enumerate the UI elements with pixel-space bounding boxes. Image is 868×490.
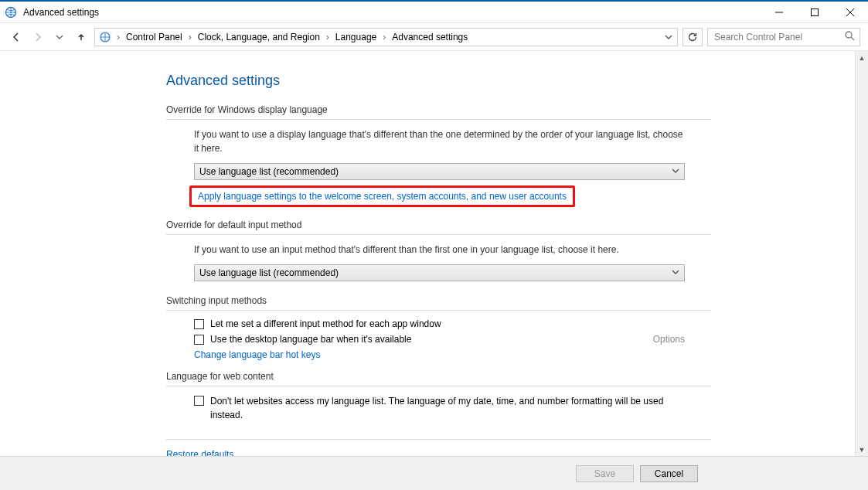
search-icon bbox=[845, 31, 855, 43]
section-web-content-heading: Language for web content bbox=[166, 371, 711, 386]
save-button[interactable]: Save bbox=[576, 465, 634, 482]
highlighted-link-box: Apply language settings to the welcome s… bbox=[189, 185, 575, 207]
address-bar[interactable]: › Control Panel › Clock, Language, and R… bbox=[94, 28, 678, 46]
input-method-dropdown-value: Use language list (recommended) bbox=[199, 267, 339, 278]
display-language-desc: If you want to use a display language th… bbox=[194, 128, 685, 155]
restore-defaults-link[interactable]: Restore defaults bbox=[166, 449, 233, 456]
divider bbox=[166, 439, 711, 440]
forward-button[interactable] bbox=[29, 29, 46, 46]
web-content-label: Don't let websites access my language li… bbox=[210, 394, 685, 422]
scrollbar[interactable]: ▲ ▼ bbox=[855, 51, 868, 456]
back-button[interactable] bbox=[8, 29, 25, 46]
page-title: Advanced settings bbox=[166, 73, 711, 89]
svg-rect-1 bbox=[812, 9, 819, 15]
scroll-up-icon[interactable]: ▲ bbox=[856, 51, 868, 64]
web-content-checkbox[interactable] bbox=[194, 396, 204, 406]
input-method-dropdown[interactable]: Use language list (recommended) bbox=[194, 264, 685, 281]
breadcrumb-language[interactable]: Language bbox=[332, 32, 380, 43]
chevron-right-icon: › bbox=[187, 32, 193, 43]
hotkeys-link[interactable]: Change language bar hot keys bbox=[194, 349, 320, 360]
recent-chevron-icon[interactable] bbox=[51, 29, 68, 46]
per-app-input-checkbox[interactable] bbox=[194, 319, 204, 329]
search-input[interactable] bbox=[713, 31, 855, 43]
chevron-right-icon: › bbox=[381, 32, 387, 43]
window-title: Advanced settings bbox=[23, 7, 99, 18]
display-language-dropdown[interactable]: Use language list (recommended) bbox=[194, 163, 685, 180]
save-button-label: Save bbox=[594, 468, 615, 479]
cancel-button-label: Cancel bbox=[655, 468, 683, 479]
maximize-button[interactable] bbox=[797, 2, 832, 23]
section-switching-heading: Switching input methods bbox=[166, 295, 711, 311]
chevron-right-icon: › bbox=[325, 32, 331, 43]
refresh-button[interactable] bbox=[682, 28, 703, 46]
chevron-down-icon bbox=[672, 166, 679, 177]
chevron-right-icon: › bbox=[115, 32, 121, 43]
breadcrumb-control-panel[interactable]: Control Panel bbox=[123, 32, 186, 43]
chevron-down-icon[interactable] bbox=[665, 33, 672, 41]
address-icon bbox=[98, 30, 112, 44]
breadcrumb-advanced[interactable]: Advanced settings bbox=[389, 32, 471, 43]
section-display-language-heading: Override for Windows display language bbox=[166, 104, 711, 120]
nav-bar: › Control Panel › Clock, Language, and R… bbox=[0, 23, 868, 51]
breadcrumb-clock-lang-region[interactable]: Clock, Language, and Region bbox=[195, 32, 323, 43]
input-method-desc: If you want to use an input method that'… bbox=[194, 243, 685, 257]
cancel-button[interactable]: Cancel bbox=[640, 465, 698, 482]
per-app-input-label: Let me set a different input method for … bbox=[210, 318, 441, 329]
search-box[interactable] bbox=[707, 28, 860, 46]
chevron-down-icon bbox=[672, 267, 679, 278]
desktop-langbar-label: Use the desktop language bar when it's a… bbox=[210, 334, 411, 345]
minimize-button[interactable] bbox=[761, 2, 797, 23]
desktop-langbar-checkbox[interactable] bbox=[194, 335, 204, 345]
display-language-dropdown-value: Use language list (recommended) bbox=[199, 166, 339, 177]
scroll-down-icon[interactable]: ▼ bbox=[856, 443, 868, 456]
section-input-method-heading: Override for default input method bbox=[166, 219, 711, 235]
up-button[interactable] bbox=[73, 29, 90, 46]
app-icon bbox=[5, 6, 17, 19]
button-bar: Save Cancel bbox=[0, 456, 868, 490]
options-link[interactable]: Options bbox=[653, 334, 685, 345]
title-bar: Advanced settings bbox=[0, 2, 868, 23]
window-controls bbox=[761, 2, 868, 23]
apply-settings-link[interactable]: Apply language settings to the welcome s… bbox=[198, 191, 567, 202]
svg-point-3 bbox=[846, 32, 852, 38]
close-button[interactable] bbox=[832, 2, 868, 23]
